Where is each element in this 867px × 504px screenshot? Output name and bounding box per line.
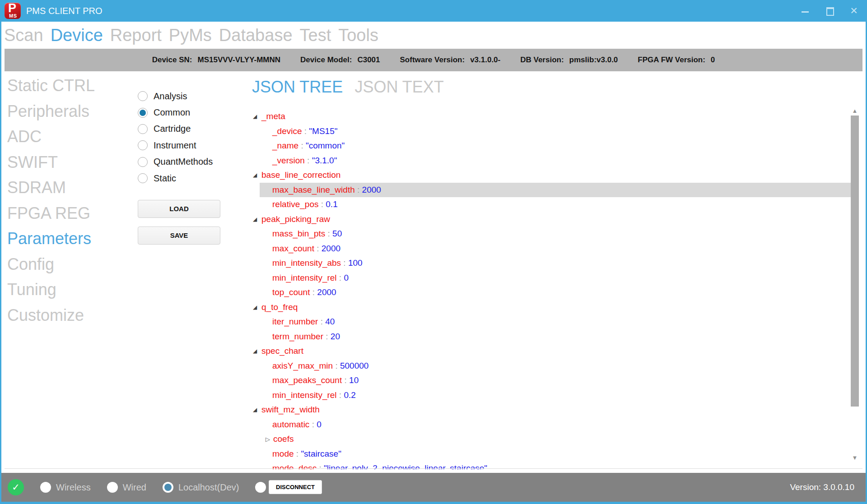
tree-row[interactable]: _device "MS15" xyxy=(252,124,851,139)
sidebar-item[interactable]: ADC xyxy=(7,124,134,150)
tree-row[interactable]: spec_chart xyxy=(252,344,851,359)
sidebar-item[interactable]: Parameters xyxy=(7,226,134,252)
parameter-set-radio[interactable]: Common xyxy=(138,104,233,120)
content-divider xyxy=(5,468,862,469)
tree-value: 0 xyxy=(317,420,322,430)
scroll-down-icon[interactable]: ▼ xyxy=(851,455,859,461)
save-button[interactable]: SAVE xyxy=(138,227,220,245)
tree-expander-icon[interactable] xyxy=(266,436,271,443)
tree-row[interactable]: swift_mz_width xyxy=(252,402,851,417)
sidebar-item[interactable]: Static CTRL xyxy=(7,73,134,99)
radio-button-icon[interactable] xyxy=(138,157,148,167)
tree-row[interactable]: max_base_line_width 2000 xyxy=(252,183,851,198)
radio-label: Cartridge xyxy=(154,124,191,134)
scrollbar-thumb[interactable] xyxy=(851,116,859,407)
tree-expander-icon[interactable] xyxy=(253,172,260,178)
tree-expander-icon[interactable] xyxy=(253,348,260,354)
json-view-tab[interactable]: JSON TREE xyxy=(252,78,343,97)
disconnect-button[interactable]: DISCONNECT xyxy=(269,480,322,494)
tree-row[interactable]: _version "3.1.0" xyxy=(252,153,851,168)
tree-scrollbar[interactable]: ▲ ▼ xyxy=(851,108,859,461)
menu-item[interactable]: Device xyxy=(51,26,103,45)
tree-colon xyxy=(337,273,344,283)
tree-row[interactable]: min_intensity_rel 0 xyxy=(252,271,851,286)
connection-radio[interactable]: Localhost(Dev) xyxy=(163,482,239,493)
sidebar-item[interactable]: SWIFT xyxy=(7,150,134,176)
tree-key: iter_number xyxy=(272,317,318,327)
info-label: Software Version: xyxy=(400,55,465,65)
tree-row[interactable]: peak_picking_raw xyxy=(252,212,851,227)
tree-row[interactable]: q_to_freq xyxy=(252,300,851,315)
load-button[interactable]: LOAD xyxy=(138,200,220,218)
menu-item[interactable]: Report xyxy=(110,26,162,45)
radio-button-icon[interactable] xyxy=(40,482,51,493)
tree-row[interactable]: iter_number 40 xyxy=(252,314,851,329)
menu-item[interactable]: Scan xyxy=(4,26,43,45)
tree-key: max_peaks_count xyxy=(272,375,342,385)
app-logo-icon: P MS xyxy=(5,3,21,19)
minimize-button[interactable] xyxy=(801,7,809,15)
tree-row[interactable]: min_intensity_rel 0.2 xyxy=(252,388,851,403)
tree-row[interactable]: term_number 20 xyxy=(252,329,851,344)
info-value: MS15VVV-VLYY-MMNN xyxy=(198,55,281,65)
tree-row[interactable]: _meta xyxy=(252,109,851,124)
parameter-set-radio[interactable]: Cartridge xyxy=(138,121,233,137)
sidebar-item[interactable]: Customize xyxy=(7,303,134,328)
parameter-set-radio[interactable]: QuantMethods xyxy=(138,154,233,170)
radio-button-icon[interactable] xyxy=(138,140,148,150)
parameter-set-radio[interactable]: Static xyxy=(138,170,233,186)
radio-button-icon[interactable] xyxy=(138,91,148,101)
parameter-set-radio[interactable]: Instrument xyxy=(138,137,233,153)
tree-row[interactable]: automatic 0 xyxy=(252,417,851,432)
close-button[interactable]: ✕ xyxy=(850,7,858,15)
info-value: C3001 xyxy=(357,55,380,65)
json-view-tab[interactable]: JSON TEXT xyxy=(354,78,443,97)
radio-button-icon[interactable] xyxy=(255,482,266,493)
tree-row[interactable]: coefs xyxy=(252,432,851,447)
parameter-set-radio[interactable]: Analysis xyxy=(138,88,233,104)
tree-row[interactable]: relative_pos 0.1 xyxy=(252,197,851,212)
sidebar-item[interactable]: Peripherals xyxy=(7,99,134,125)
tree-row[interactable]: base_line_correction xyxy=(252,168,851,183)
tree-expander-icon[interactable] xyxy=(253,407,260,413)
radio-label: Localhost(Dev) xyxy=(178,482,239,493)
tree-key: mode xyxy=(272,449,294,459)
radio-button-icon[interactable] xyxy=(107,482,118,493)
scroll-up-icon[interactable]: ▲ xyxy=(851,108,859,114)
tree-expander-icon[interactable] xyxy=(253,113,260,120)
connection-radio[interactable]: Wireless xyxy=(40,482,91,493)
sidebar-item[interactable]: SDRAM xyxy=(7,175,134,201)
radio-button-icon[interactable] xyxy=(138,173,148,183)
connection-radio[interactable]: Wired xyxy=(107,482,146,493)
tree-key: mass_bin_pts xyxy=(272,229,325,239)
tree-row[interactable]: top_count 2000 xyxy=(252,285,851,300)
menu-item[interactable]: Tools xyxy=(338,26,378,45)
menu-item[interactable]: PyMs xyxy=(169,26,212,45)
tree-row[interactable]: min_intensity_abs 100 xyxy=(252,256,851,271)
tree-value: 500000 xyxy=(340,361,368,371)
sidebar-item[interactable]: Config xyxy=(7,252,134,277)
radio-button-icon[interactable] xyxy=(138,108,148,118)
radio-button-icon[interactable] xyxy=(138,124,148,134)
tree-key: min_intensity_abs xyxy=(272,258,341,268)
info-value: v3.1.0.0- xyxy=(470,55,500,65)
tree-row[interactable]: axisY_max_min 500000 xyxy=(252,359,851,374)
sidebar-item[interactable]: FPGA REG xyxy=(7,201,134,227)
status-bar: ✓ Wireless Wired Localhost(Dev) Wired(De… xyxy=(1,473,866,502)
menu-item[interactable]: Test xyxy=(300,26,331,45)
radio-button-icon[interactable] xyxy=(163,482,173,493)
tree-row[interactable]: _name "common" xyxy=(252,139,851,153)
maximize-button[interactable] xyxy=(825,7,834,15)
tree-row[interactable]: max_count 2000 xyxy=(252,241,851,256)
tree-row[interactable]: mode "staircase" xyxy=(252,447,851,462)
tree-row[interactable]: max_peaks_count 10 xyxy=(252,373,851,388)
radio-label: Instrument xyxy=(154,140,196,151)
radio-label: Wireless xyxy=(56,482,91,493)
radio-label: QuantMethods xyxy=(154,157,213,167)
tree-row[interactable]: mass_bin_pts 50 xyxy=(252,227,851,241)
sidebar-item[interactable]: Tuning xyxy=(7,277,134,303)
menu-item[interactable]: Database xyxy=(219,26,293,45)
tree-key: q_to_freq xyxy=(261,302,298,312)
tree-expander-icon[interactable] xyxy=(253,216,260,222)
tree-expander-icon[interactable] xyxy=(253,304,260,310)
